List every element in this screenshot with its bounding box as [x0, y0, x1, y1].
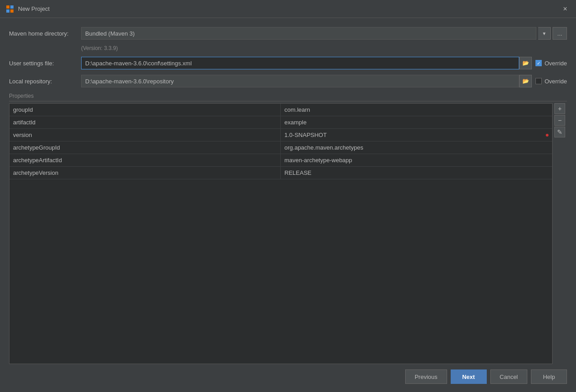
add-property-btn[interactable]: + [554, 103, 565, 114]
table-row[interactable]: archetypeGroupId org.apache.maven.archet… [9, 141, 552, 154]
svg-rect-0 [6, 5, 9, 9]
maven-home-label: Maven home directory: [9, 30, 81, 37]
property-key: version [9, 129, 281, 141]
table-row[interactable]: artifactId example [9, 116, 552, 129]
property-key: archetypeArtifactId [9, 154, 281, 166]
properties-section: Properties groupId com.learn artifactId … [9, 93, 567, 364]
table-row[interactable]: version 1.0-SNAPSHOT [9, 129, 552, 141]
dropdown-icon: ▼ [542, 31, 547, 36]
property-key: artifactId [9, 116, 281, 128]
user-settings-row: User settings file: 📂 Override [9, 57, 567, 69]
property-value: RELEASE [281, 167, 552, 179]
property-value: maven-archetype-webapp [281, 154, 552, 166]
user-settings-override-checkbox[interactable] [535, 60, 542, 66]
local-repo-override-group: Override [535, 78, 567, 85]
properties-container: groupId com.learn artifactId example ver… [9, 103, 567, 364]
svg-rect-3 [10, 9, 14, 13]
table-row[interactable]: archetypeArtifactId maven-archetype-weba… [9, 154, 552, 167]
version-error-dot [546, 134, 549, 137]
local-repo-input-group: 📂 [81, 75, 532, 87]
close-button[interactable]: × [560, 4, 571, 14]
table-row[interactable]: groupId com.learn [9, 104, 552, 116]
property-value: com.learn [281, 104, 552, 116]
maven-home-browse-btn[interactable]: ... [553, 27, 567, 40]
new-project-window: New Project × Maven home directory: ▼ ..… [0, 0, 576, 392]
edit-icon: ✎ [557, 128, 562, 136]
title-bar: New Project × [0, 0, 576, 18]
previous-button[interactable]: Previous [405, 369, 447, 384]
maven-home-row: Maven home directory: ▼ ... [9, 27, 567, 40]
svg-rect-1 [10, 5, 14, 9]
table-row[interactable]: archetypeVersion RELEASE [9, 167, 552, 179]
maven-home-dropdown-btn[interactable]: ▼ [538, 27, 551, 40]
property-key: archetypeGroupId [9, 141, 281, 154]
help-button[interactable]: Help [531, 369, 567, 384]
local-repo-browse-btn[interactable]: 📂 [519, 75, 532, 87]
maven-home-input-group: ▼ ... [81, 27, 567, 40]
window-title: New Project [18, 5, 560, 12]
properties-table: groupId com.learn artifactId example ver… [9, 103, 553, 364]
property-key: archetypeVersion [9, 167, 281, 179]
user-settings-override-group: Override [535, 60, 567, 67]
user-settings-input[interactable] [81, 57, 519, 69]
ellipsis-icon: ... [558, 30, 562, 37]
local-repo-override-checkbox[interactable] [535, 78, 542, 84]
user-settings-override-label: Override [544, 60, 567, 67]
add-icon: + [558, 105, 562, 112]
local-repo-label: Local repository: [9, 78, 81, 85]
edit-property-btn[interactable]: ✎ [554, 127, 565, 137]
window-icon [5, 5, 14, 14]
property-value: org.apache.maven.archetypes [281, 141, 552, 154]
maven-version: (Version: 3.3.9) [81, 45, 567, 51]
property-value: 1.0-SNAPSHOT [281, 129, 552, 141]
property-key: groupId [9, 104, 281, 116]
user-settings-input-group: 📂 [81, 57, 532, 69]
remove-icon: − [558, 117, 562, 124]
user-settings-label: User settings file: [9, 60, 81, 67]
local-repo-row: Local repository: 📂 Override [9, 75, 567, 87]
cancel-button[interactable]: Cancel [490, 369, 527, 384]
folder-icon: 📂 [522, 60, 529, 66]
dialog-content: Maven home directory: ▼ ... (Version: 3.… [0, 18, 576, 392]
svg-rect-2 [6, 9, 9, 13]
maven-home-input[interactable] [81, 27, 536, 40]
properties-label: Properties [9, 93, 567, 101]
local-repo-input[interactable] [81, 75, 519, 87]
user-settings-browse-btn[interactable]: 📂 [519, 57, 532, 69]
property-value: example [281, 116, 552, 128]
properties-actions: + − ✎ [553, 103, 567, 364]
folder-icon-2: 📂 [522, 78, 529, 84]
bottom-buttons: Previous Next Cancel Help [9, 364, 567, 387]
local-repo-override-label: Override [544, 78, 567, 85]
next-button[interactable]: Next [451, 369, 487, 384]
remove-property-btn[interactable]: − [554, 115, 565, 126]
